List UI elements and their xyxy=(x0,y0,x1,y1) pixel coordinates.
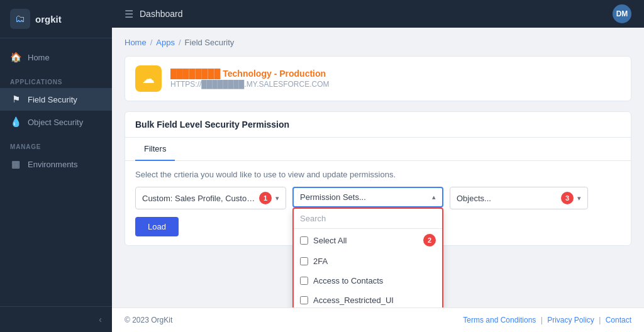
profiles-select[interactable]: Custom: Sales Profile, Custom: Suppor...… xyxy=(135,187,286,209)
dropdown-item-access-contacts-label: Access to Contacts xyxy=(313,276,383,285)
breadcrumb-home[interactable]: Home xyxy=(125,38,147,47)
sidebar-navigation: 🏠 Home APPLICATIONS ⚑ Field Security 💧 O… xyxy=(0,38,112,306)
footer-links: Terms and Conditions | Privacy Policy | … xyxy=(463,316,631,324)
breadcrumb-current: Field Security xyxy=(185,38,235,47)
sidebar-item-object-security[interactable]: 💧 Object Security xyxy=(0,111,112,133)
sidebar-logo: 🗂 orgkit xyxy=(0,0,112,38)
tabs-bar: Filters xyxy=(125,138,631,161)
panel-title: Bulk Field Level Security Permission xyxy=(125,112,631,138)
footer-terms-link[interactable]: Terms and Conditions xyxy=(463,316,536,324)
applications-section-label: APPLICATIONS xyxy=(0,69,112,88)
dropdown-item-access-contacts[interactable]: Access to Contacts xyxy=(294,271,442,290)
manage-section-label: MANAGE xyxy=(0,133,112,153)
tab-filters[interactable]: Filters xyxy=(135,138,175,161)
org-details: ████████ Technology - Production HTTPS:/… xyxy=(170,69,330,89)
permissions-dropdown: Search Select All 2 xyxy=(292,208,443,307)
footer: © 2023 OrgKit Terms and Conditions | Pri… xyxy=(112,307,644,332)
profiles-select-text: Custom: Sales Profile, Custom: Suppor... xyxy=(142,194,255,203)
menu-icon[interactable]: ☰ xyxy=(125,8,133,20)
breadcrumb-sep-2: / xyxy=(179,38,181,47)
org-icon: ☁ xyxy=(135,65,162,92)
profiles-badge: 1 xyxy=(259,192,272,204)
org-name: ████████ Technology - Production xyxy=(170,69,330,79)
field-security-icon: ⚑ xyxy=(10,94,21,105)
dropdown-items-list: Select All 2 2FA Acces xyxy=(294,229,442,307)
footer-sep-1: | xyxy=(541,316,545,324)
environments-icon: ▦ xyxy=(10,158,21,170)
checkbox-access-restricted[interactable] xyxy=(300,296,308,304)
dropdown-item-select-all-label: Select All xyxy=(313,236,347,245)
org-card: ☁ ████████ Technology - Production HTTPS… xyxy=(125,56,631,101)
objects-select-text: Objects... xyxy=(457,194,557,203)
footer-sep-2: | xyxy=(599,316,602,324)
org-url: HTTPS://████████.MY.SALESFORCE.COM xyxy=(170,80,330,89)
permissions-chevron-up-icon: ▴ xyxy=(432,193,436,201)
footer-contact-link[interactable]: Contact xyxy=(606,316,631,324)
panel-body: Filters Select the crtieria you would li… xyxy=(125,138,631,245)
topbar: ☰ Dashboard DM xyxy=(112,0,644,28)
page-title: Dashboard xyxy=(140,9,183,19)
objects-select[interactable]: Objects... 3 ▾ xyxy=(450,187,588,209)
home-icon: 🏠 xyxy=(10,52,21,63)
collapse-button[interactable]: ‹ xyxy=(99,314,102,324)
checkbox-access-contacts[interactable] xyxy=(300,277,308,285)
page-content: Home / Apps / Field Security ☁ ████████ … xyxy=(112,28,644,307)
breadcrumb-apps[interactable]: Apps xyxy=(156,38,175,47)
sidebar-item-field-security[interactable]: ⚑ Field Security xyxy=(0,88,112,111)
permissions-select[interactable]: Permission Sets... ▴ xyxy=(292,187,443,208)
dropdown-search-label: Search xyxy=(294,209,442,229)
main-content: ☰ Dashboard DM Home / Apps / Field Secur… xyxy=(112,0,644,332)
permissions-select-wrapper: Permission Sets... ▴ Search xyxy=(292,187,443,208)
objects-chevron-down-icon: ▾ xyxy=(577,194,581,202)
checkbox-select-all[interactable] xyxy=(300,236,308,245)
sidebar-item-environments-label: Environments xyxy=(28,160,77,169)
filter-body: Select the crtieria you would like to us… xyxy=(125,161,631,245)
dropdown-item-2fa[interactable]: 2FA xyxy=(294,252,442,271)
sidebar-item-home[interactable]: 🏠 Home xyxy=(0,46,112,69)
profiles-chevron-down-icon: ▾ xyxy=(275,194,279,202)
app-name: orgkit xyxy=(35,14,62,25)
sidebar-item-object-security-label: Object Security xyxy=(28,118,83,127)
dropdown-item-access-restricted-label: Access_Restricted_UI xyxy=(313,296,394,305)
topbar-left: ☰ Dashboard xyxy=(125,8,183,20)
sidebar-collapse: ‹ xyxy=(0,306,112,332)
breadcrumb: Home / Apps / Field Security xyxy=(125,38,631,47)
filter-row: Custom: Sales Profile, Custom: Suppor...… xyxy=(135,187,621,209)
breadcrumb-sep-1: / xyxy=(150,38,153,47)
object-security-icon: 💧 xyxy=(10,116,21,128)
dropdown-item-select-all[interactable]: Select All 2 xyxy=(294,229,442,252)
bulk-panel: Bulk Field Level Security Permission Fil… xyxy=(125,111,631,246)
permissions-select-text: Permission Sets... xyxy=(300,192,428,202)
sidebar-item-home-label: Home xyxy=(28,53,50,62)
checkbox-2fa[interactable] xyxy=(300,257,308,265)
sidebar: 🗂 orgkit 🏠 Home APPLICATIONS ⚑ Field Sec… xyxy=(0,0,112,332)
footer-privacy-link[interactable]: Privacy Policy xyxy=(547,316,594,324)
logo-icon: 🗂 xyxy=(10,9,30,29)
sidebar-item-environments[interactable]: ▦ Environments xyxy=(0,153,112,175)
filter-hint: Select the crtieria you would like to us… xyxy=(135,170,621,179)
load-button[interactable]: Load xyxy=(135,217,179,236)
footer-copyright: © 2023 OrgKit xyxy=(125,316,172,324)
avatar[interactable]: DM xyxy=(613,4,631,23)
dropdown-item-access-restricted[interactable]: Access_Restricted_UI xyxy=(294,290,442,307)
dropdown-item-2fa-label: 2FA xyxy=(313,257,328,266)
dropdown-badge: 2 xyxy=(423,234,436,246)
objects-badge: 3 xyxy=(561,192,574,204)
sidebar-item-field-security-label: Field Security xyxy=(28,95,77,104)
